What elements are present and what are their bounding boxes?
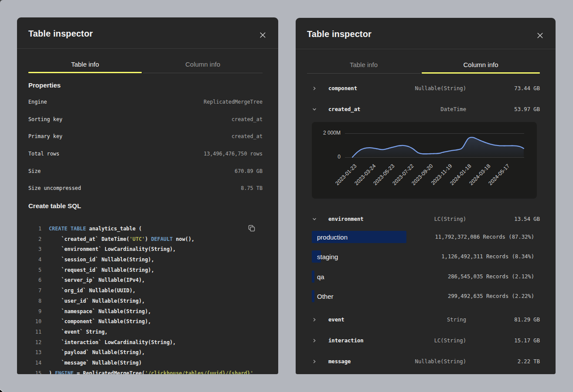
code-text: CREATE TABLE analytics_table ( — [49, 226, 142, 232]
expand-toggle[interactable] — [312, 317, 317, 322]
line-number: 14 — [28, 360, 41, 366]
distribution-bar — [312, 290, 314, 302]
screen-corner-notch — [0, 0, 3, 3]
chevron-stroke — [314, 87, 315, 90]
distribution-category-label: staging — [317, 253, 338, 260]
column-row-message[interactable]: messageNullable(String)2.22 TB — [307, 351, 540, 372]
tab-table-info[interactable]: Table info — [28, 49, 142, 73]
tab-column-info[interactable]: Column info — [422, 49, 540, 74]
column-name: message — [328, 358, 351, 365]
distribution-category-label: qa — [317, 273, 324, 280]
expand-toggle[interactable] — [312, 86, 317, 91]
property-row: Total rows13,496,476,750 rows — [28, 145, 263, 162]
line-number: 1 — [28, 226, 41, 232]
property-value: created_at — [232, 133, 263, 139]
property-label: Engine — [28, 99, 47, 105]
distribution-category-label: production — [317, 233, 348, 241]
code-text: `payload` Nullable(String), — [49, 349, 145, 355]
area-fill — [352, 137, 524, 157]
sql-text: `user_id` Nullable(String), — [49, 298, 145, 304]
column-type: DateTime — [440, 106, 466, 112]
sql-code-line: 15) ENGINE = ReplicatedMergeTree('/click… — [28, 368, 263, 374]
distribution-bar — [312, 270, 314, 283]
expand-toggle[interactable] — [312, 338, 317, 343]
line-number: 2 — [28, 236, 41, 242]
sql-text: ) — [145, 236, 151, 242]
column-list: componentNullable(String)73.44 GBcreated… — [307, 78, 540, 372]
sql-code-line: 3 `environment` LowCardinality(String), — [28, 244, 263, 254]
line-number: 5 — [28, 267, 41, 273]
expand-toggle[interactable] — [312, 359, 317, 364]
chevron-stroke — [313, 108, 316, 110]
properties-heading: Properties — [28, 81, 263, 89]
sql-code-line: 2 `created_at` DateTime('UTC') DEFAULT n… — [28, 234, 263, 244]
sql-text: `namespace` Nullable(String), — [49, 308, 151, 314]
chevron-right-icon — [312, 338, 317, 343]
sql-text: `environment` LowCardinality(String), — [49, 246, 176, 252]
expand-toggle[interactable] — [312, 216, 317, 222]
column-type: LC(String) — [434, 216, 466, 222]
code-text: `request_id` Nullable(String), — [49, 267, 154, 273]
line-number: 10 — [28, 318, 41, 324]
code-text: `user_id` Nullable(String), — [49, 298, 145, 304]
y-axis-label: 0 — [312, 154, 341, 160]
mouse-cursor — [0, 389, 4, 392]
column-row-created_at[interactable]: created_atDateTime53.97 GB — [307, 99, 540, 120]
line-number: 4 — [28, 257, 41, 263]
code-text: `environment` LowCardinality(String), — [49, 246, 176, 252]
copy-button[interactable] — [247, 224, 256, 233]
sql-code-line: 6 `server_ip` Nullable(IPv4), — [28, 275, 263, 286]
tab-column-info[interactable]: Column info — [143, 49, 263, 73]
column-row-component[interactable]: componentNullable(String)73.44 GB — [307, 78, 540, 99]
sql-code-block: 1CREATE TABLE analytics_table (2 `create… — [28, 223, 263, 374]
copy-front-square — [250, 227, 255, 231]
sql-keyword: ENGINE — [55, 370, 74, 374]
area-chart-svg — [312, 122, 537, 199]
sql-code-line: 1CREATE TABLE analytics_table ( — [28, 223, 263, 234]
sql-text: `component` Nullable(String), — [49, 318, 151, 324]
tab-table-info[interactable]: Table info — [307, 49, 420, 74]
column-size: 13.54 GB — [514, 216, 540, 222]
distribution-row: production11,792,372,086 Records (87.32%… — [312, 231, 535, 243]
chevron-right-icon — [312, 359, 317, 364]
sql-code-lines: 1CREATE TABLE analytics_table (2 `create… — [28, 223, 263, 374]
property-label: Sorting key — [28, 116, 62, 122]
column-type: Nullable(String) — [415, 358, 466, 365]
code-text: `session_id` Nullable(String), — [49, 257, 154, 263]
sql-code-line: 5 `request_id` Nullable(String), — [28, 265, 263, 275]
property-value: ReplicatedMergeTree — [204, 99, 263, 105]
line-number: 11 — [28, 329, 41, 335]
property-label: Size — [28, 168, 41, 174]
property-value: 13,496,476,750 rows — [204, 151, 263, 157]
column-name: event — [328, 317, 344, 323]
code-text: `server_ip` Nullable(IPv4), — [49, 277, 145, 283]
line-number: 6 — [28, 277, 41, 283]
y-axis-label: 2 000M — [312, 130, 341, 136]
column-row-interaction[interactable]: interactionLC(String)15.17 GB — [307, 330, 540, 351]
sql-text: `server_ip` Nullable(IPv4), — [49, 277, 145, 283]
dialog-title: Table inspector — [307, 29, 372, 39]
sql-string: 'UTC' — [130, 236, 145, 242]
distribution-value: 1,126,492,311 Records (8.34%) — [441, 253, 534, 260]
copy-icon — [248, 225, 255, 232]
expand-toggle[interactable] — [312, 107, 317, 112]
environment-distribution: production11,792,372,086 Records (87.32%… — [312, 231, 535, 302]
column-size: 73.44 GB — [514, 85, 540, 91]
sql-text: `interaction` LowCardinality(String), — [49, 339, 176, 345]
sql-text: `org_id` Nullable(UUID), — [49, 287, 136, 294]
created-at-histogram: 2 000M02023-01-232023-03-242023-05-23202… — [312, 122, 537, 199]
chevron-stroke — [314, 339, 315, 342]
close-button[interactable] — [257, 30, 268, 40]
column-row-event[interactable]: eventString81.29 GB — [307, 309, 540, 330]
column-row-environment[interactable]: environmentLC(String)13.54 GB — [307, 209, 540, 230]
column-size: 15.17 GB — [514, 338, 540, 344]
notch-shape — [0, 0, 3, 3]
close-button[interactable] — [535, 30, 545, 41]
property-row: Size670.89 GB — [28, 162, 263, 180]
line-number: 15 — [28, 370, 41, 374]
sql-text: `payload` Nullable(String), — [49, 349, 145, 355]
sql-code-line: 14 `message` Nullable(String) — [28, 358, 263, 368]
column-type: LC(String) — [434, 338, 466, 344]
close-x-strokes — [538, 33, 542, 38]
line-number: 12 — [28, 339, 41, 345]
